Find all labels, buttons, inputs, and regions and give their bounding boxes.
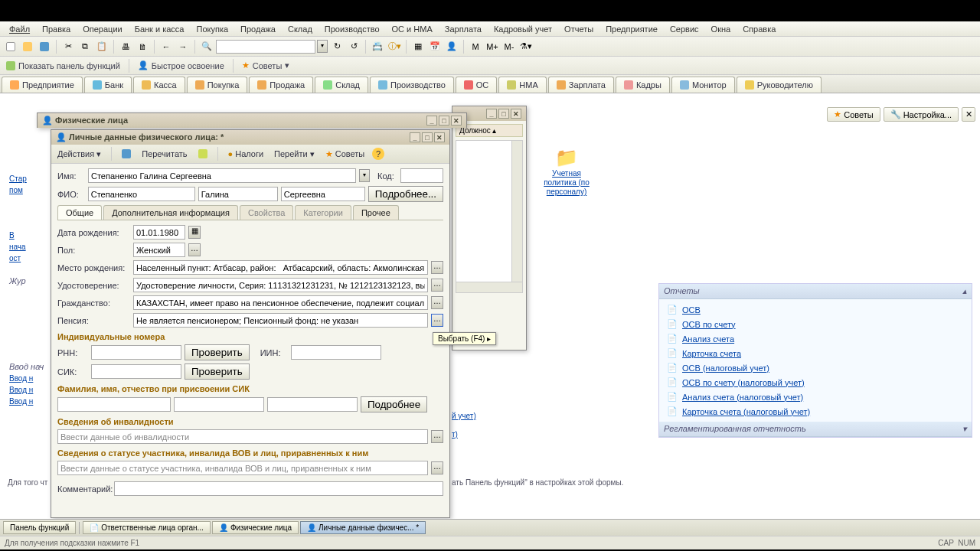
preview-icon[interactable]: 🗎 (135, 39, 150, 54)
sik-input[interactable] (91, 364, 181, 379)
disability-input[interactable] (57, 429, 428, 444)
actions-button[interactable]: Действия ▾ (54, 148, 104, 160)
tab-enterprise[interactable]: Предприятие (2, 77, 83, 93)
show-panel-button[interactable]: Показать панель функций (3, 60, 123, 72)
report-link[interactable]: Карточка счета (налоговый учет) (682, 407, 810, 416)
sik-patronymic-input[interactable] (267, 397, 358, 412)
new-icon[interactable] (3, 39, 18, 54)
collapse-icon[interactable]: ▾ (962, 424, 967, 434)
mplus-icon[interactable]: M+ (485, 39, 500, 54)
menu-hr[interactable]: Кадровый учет (488, 23, 558, 35)
report-link[interactable]: Анализ счета (682, 334, 734, 344)
goto-button[interactable]: Перейти ▾ (271, 148, 318, 160)
close-icon[interactable]: ✕ (451, 116, 462, 126)
check-sik-button[interactable]: Проверить (185, 364, 250, 380)
tab-hr[interactable]: Кадры (616, 77, 670, 93)
reread-button[interactable]: Перечитать (139, 148, 190, 159)
left-link[interactable]: Стар (9, 174, 47, 183)
tab-other[interactable]: Прочее (353, 205, 399, 220)
calendar-icon[interactable]: 📅 (427, 39, 443, 54)
comment-input[interactable] (114, 481, 443, 496)
name-input[interactable] (88, 168, 356, 183)
info-icon[interactable]: ⓘ▾ (387, 39, 402, 54)
save-icon[interactable] (119, 148, 134, 159)
refresh2-icon[interactable]: ↺ (346, 39, 361, 54)
report-link[interactable]: ОСВ по счету (налоговый учет) (682, 378, 805, 387)
report-link[interactable]: ОСВ по счету (682, 320, 736, 329)
refresh-icon[interactable]: ↻ (329, 39, 345, 54)
citizen-input[interactable] (133, 295, 428, 310)
citizen-picker[interactable]: … (431, 296, 443, 309)
tab-prod[interactable]: Производство (370, 77, 454, 93)
settings-panel-button[interactable]: 🔧Настройка... (884, 107, 959, 122)
menu-os[interactable]: ОС и НМА (386, 23, 439, 35)
left-link[interactable]: В (9, 231, 47, 240)
check-rnn-button[interactable]: Проверить (185, 344, 250, 360)
left-link[interactable]: Ввод н (9, 397, 47, 406)
close-panel-button[interactable]: ✕ (962, 107, 975, 122)
pension-input[interactable] (133, 313, 428, 328)
fast-learn-button[interactable]: 👤Быстрое освоение (135, 59, 227, 72)
tab-sale[interactable]: Продажа (249, 77, 313, 93)
sex-input[interactable] (133, 243, 185, 257)
name-drop[interactable]: ▾ (359, 169, 370, 182)
menu-service[interactable]: Сервис (664, 23, 705, 35)
menu-stock[interactable]: Склад (282, 23, 318, 35)
menu-edit[interactable]: Правка (36, 23, 77, 35)
menu-bank[interactable]: Банк и касса (129, 23, 191, 35)
table-icon[interactable]: ▦ (410, 39, 426, 54)
left-link[interactable]: Ввод н (9, 374, 47, 383)
vov-input[interactable] (57, 461, 428, 475)
left-link[interactable]: нача (9, 243, 47, 251)
collapse-icon[interactable]: ▴ (492, 126, 496, 135)
tab-buy[interactable]: Покупка (187, 77, 248, 93)
tab-boss[interactable]: Руководителю (737, 77, 822, 93)
calendar-icon[interactable]: ▦ (188, 226, 201, 239)
tab-salary[interactable]: Зарплата (548, 77, 614, 93)
maximize-icon[interactable]: □ (422, 132, 433, 142)
task-resp[interactable]: 📄Ответственные лица орган... (83, 521, 211, 534)
mminus-icon[interactable]: M- (501, 39, 517, 54)
tab-os[interactable]: ОС (456, 77, 498, 93)
forward-icon[interactable]: → (175, 39, 191, 54)
back-icon[interactable]: ← (158, 39, 174, 54)
user-icon[interactable]: 👤 (444, 39, 459, 54)
tab-nma[interactable]: НМА (498, 77, 546, 93)
doc-picker[interactable]: … (431, 279, 443, 292)
left-link[interactable]: пом (9, 186, 47, 194)
menu-reports[interactable]: Отчеты (558, 23, 599, 35)
taxes-button[interactable]: ●Налоги (225, 148, 267, 159)
accounting-policy-link[interactable]: 📁 Учетная политика (по персоналу) (536, 147, 597, 196)
tab-monitor[interactable]: Монитор (671, 77, 735, 93)
birthplace-picker[interactable]: … (431, 261, 443, 274)
code-input[interactable] (400, 168, 443, 183)
birthplace-input[interactable] (133, 260, 428, 275)
task-panel[interactable]: Панель функций (3, 521, 76, 534)
disability-picker[interactable]: … (431, 430, 443, 443)
maximize-icon[interactable]: □ (439, 116, 449, 126)
link-fragment[interactable]: т) (452, 430, 458, 439)
sik-firstname-input[interactable] (174, 397, 264, 412)
birth-input[interactable] (133, 225, 185, 240)
menu-help[interactable]: Справка (737, 23, 782, 35)
copy-icon[interactable]: ⧉ (77, 39, 93, 54)
minimize-icon[interactable]: _ (486, 109, 497, 119)
tab-addinfo[interactable]: Дополнительная информация (103, 205, 238, 220)
menu-buy[interactable]: Покупка (190, 23, 234, 35)
more-button[interactable]: Подробнее... (368, 186, 443, 202)
list-icon[interactable] (195, 148, 211, 159)
menu-salary[interactable]: Зарплата (439, 23, 488, 35)
menu-sale[interactable]: Продажа (234, 23, 282, 35)
m-icon[interactable]: M (468, 39, 483, 54)
sex-picker[interactable]: … (188, 243, 201, 256)
cut-icon[interactable]: ✂ (60, 39, 76, 54)
rnn-input[interactable] (91, 345, 181, 360)
search-input[interactable] (216, 40, 315, 54)
left-link[interactable]: Ввод н (9, 386, 47, 394)
advice-button[interactable]: ★Советы (322, 148, 368, 160)
tab-cats[interactable]: Категории (295, 205, 351, 220)
close-icon[interactable]: ✕ (511, 109, 521, 119)
filter-icon[interactable]: ⚗▾ (518, 39, 534, 54)
search-icon[interactable]: 🔍 (199, 39, 214, 54)
save-icon[interactable] (37, 39, 52, 54)
